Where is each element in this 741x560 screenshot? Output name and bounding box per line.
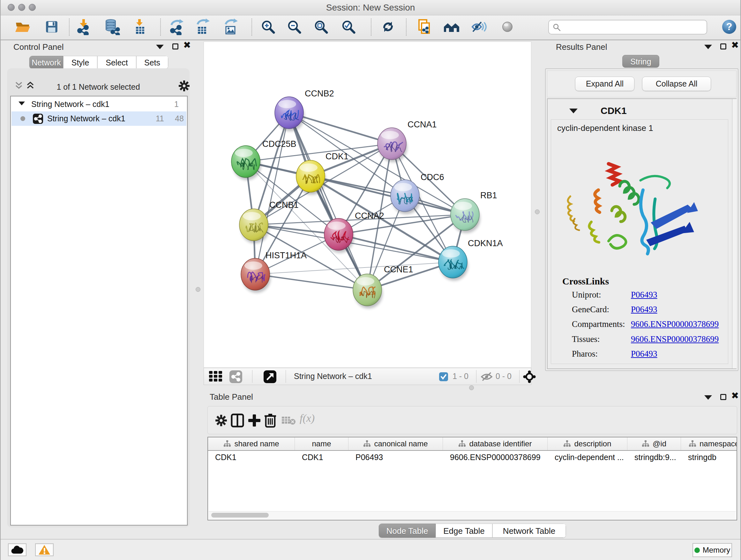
- navigator-icon[interactable]: [523, 370, 536, 383]
- table-cell[interactable]: cyclin-dependent ...: [548, 451, 627, 463]
- table-row[interactable]: CDK1CDK1P064939606.ENSP00000378699cyclin…: [208, 451, 737, 463]
- tab-style[interactable]: Style: [63, 56, 97, 69]
- network-view-icon[interactable]: [229, 370, 243, 383]
- network-node-cdkn1a[interactable]: CDKN1A: [439, 239, 503, 281]
- control-panel-close-button[interactable]: ✖: [183, 42, 191, 49]
- control-panel-tabs: Network Style Select Sets: [29, 56, 168, 69]
- table-panel-float-button[interactable]: [720, 394, 726, 400]
- network-node-ccnb1[interactable]: CCNB1: [239, 200, 299, 243]
- network-edge-ccnb2-ccne1[interactable]: [289, 113, 367, 290]
- separator: [286, 370, 286, 383]
- table-horizontal-scrollbar[interactable]: [209, 511, 736, 519]
- save-session-button[interactable]: [44, 19, 59, 36]
- grid-view-icon[interactable]: [209, 371, 223, 382]
- tab-sets[interactable]: Sets: [136, 56, 168, 69]
- network-edge-cdk1-rb1[interactable]: [311, 176, 465, 214]
- column-header-namespace[interactable]: namespace: [681, 437, 737, 450]
- crosslink-genecard[interactable]: P06493: [631, 305, 657, 314]
- table-cell[interactable]: P06493: [348, 451, 443, 463]
- crosslink-pharos[interactable]: P06493: [631, 349, 657, 359]
- toolbar-separator: [160, 18, 161, 36]
- scrollbar-thumb[interactable]: [211, 513, 269, 517]
- table-panel-close-button[interactable]: ✖: [731, 392, 739, 399]
- crosslink-tissues[interactable]: 9606.ENSP00000378699: [631, 334, 719, 344]
- results-scrollbar[interactable]: [732, 99, 737, 368]
- network-edge-hist1h1a-ccne1[interactable]: [255, 274, 367, 290]
- show-columns-icon[interactable]: [231, 414, 244, 428]
- tab-string[interactable]: String: [622, 55, 659, 68]
- network-node-ccne1[interactable]: CCNE1: [353, 265, 413, 308]
- results-panel-close-button[interactable]: ✖: [731, 42, 739, 49]
- horizontal-splitter-handle[interactable]: [469, 385, 474, 390]
- zoom-selected-button[interactable]: [341, 19, 356, 36]
- network-node-ccnb2[interactable]: CCNB2: [275, 89, 334, 131]
- cdk1-expander-icon[interactable]: [569, 109, 578, 113]
- tab-network-table[interactable]: Network Table: [492, 523, 566, 538]
- table-cell[interactable]: CDK1: [295, 451, 348, 463]
- import-table-button[interactable]: [133, 18, 147, 37]
- tab-network[interactable]: Network: [29, 56, 63, 69]
- column-header-shared-name[interactable]: shared name: [208, 437, 295, 450]
- open-session-button[interactable]: [15, 19, 31, 36]
- zoom-in-button[interactable]: [260, 19, 276, 36]
- birdseye-view-button[interactable]: [500, 19, 515, 36]
- crosslink-compartments[interactable]: 9606.ENSP00000378699: [631, 319, 719, 329]
- search-input[interactable]: [563, 21, 705, 34]
- expand-all-button[interactable]: Expand All: [575, 77, 634, 91]
- column-header-database-identifier[interactable]: database identifier: [443, 437, 548, 450]
- column-header--id[interactable]: @id: [627, 437, 681, 450]
- column-header-canonical-name[interactable]: canonical name: [348, 437, 443, 450]
- selected-checkbox-icon[interactable]: [439, 372, 448, 381]
- results-panel-menu-icon[interactable]: [704, 45, 712, 49]
- export-image-button[interactable]: [223, 18, 239, 37]
- network-edge-ccnb2-hist1h1a[interactable]: [255, 113, 289, 274]
- network-node-rb1[interactable]: RB1: [451, 191, 497, 233]
- zoom-out-button[interactable]: [286, 19, 302, 36]
- network-row-selected[interactable]: String Network – cdk1 11 48: [11, 111, 186, 126]
- tree-expander-icon[interactable]: [18, 102, 25, 105]
- control-panel-menu-icon[interactable]: [156, 45, 164, 49]
- left-splitter-handle[interactable]: [196, 287, 200, 292]
- network-edge-ccnb2-ccna1[interactable]: [289, 113, 392, 144]
- table-cell[interactable]: CDK1: [208, 451, 295, 463]
- column-header-description[interactable]: description: [548, 437, 627, 450]
- import-network-database-button[interactable]: [104, 18, 120, 37]
- table-cell[interactable]: stringdb: [681, 451, 737, 463]
- control-panel-float-button[interactable]: [172, 44, 179, 50]
- help-button[interactable]: ?: [722, 19, 737, 36]
- tab-select[interactable]: Select: [97, 56, 136, 69]
- import-network-file-button[interactable]: [76, 18, 91, 37]
- clone-network-button[interactable]: [416, 18, 432, 37]
- zoom-in-icon: [260, 19, 276, 35]
- table-cell[interactable]: 9606.ENSP00000378699: [443, 451, 548, 463]
- crosslink-uniprot[interactable]: P06493: [631, 290, 657, 300]
- tab-node-table[interactable]: Node Table: [379, 523, 435, 538]
- network-collection-row[interactable]: String Network – cdk1 1: [11, 97, 186, 111]
- tab-edge-table[interactable]: Edge Table: [435, 523, 492, 538]
- network-node-ccna1[interactable]: CCNA1: [378, 120, 437, 162]
- refresh-button[interactable]: [381, 19, 396, 36]
- delete-column-trash-icon[interactable]: [264, 413, 277, 428]
- zoom-fit-button[interactable]: [313, 19, 329, 36]
- add-column-plus-icon[interactable]: [247, 414, 261, 428]
- column-header-name[interactable]: name: [295, 437, 348, 450]
- table-panel-menu-icon[interactable]: [704, 395, 712, 400]
- warnings-button[interactable]: [35, 543, 54, 556]
- right-splitter-handle[interactable]: [535, 209, 540, 214]
- network-canvas[interactable]: CCNB2CCNA1CDC25BCDK1CDC6RB1CCNB1CCNA2CDK…: [204, 42, 531, 368]
- cloud-status-button[interactable]: [8, 543, 26, 556]
- export-network-button[interactable]: [169, 18, 185, 37]
- results-panel-float-button[interactable]: [720, 44, 726, 50]
- control-panel-title: Control Panel: [13, 42, 64, 52]
- export-table-button[interactable]: [195, 18, 211, 37]
- collapse-all-button[interactable]: Collapse All: [642, 77, 711, 91]
- show-hide-graphics-button[interactable]: [470, 19, 487, 36]
- table-cell[interactable]: stringdb:9...: [627, 451, 681, 463]
- open-in-window-icon[interactable]: [263, 370, 277, 383]
- hidden-eye-icon[interactable]: [480, 371, 493, 382]
- table-settings-gear-icon[interactable]: [215, 414, 227, 427]
- gear-icon[interactable]: [178, 80, 190, 92]
- crosslink-label: Compartments:: [572, 319, 625, 329]
- memory-button[interactable]: Memory: [692, 543, 732, 557]
- show-all-networks-button[interactable]: [443, 20, 461, 35]
